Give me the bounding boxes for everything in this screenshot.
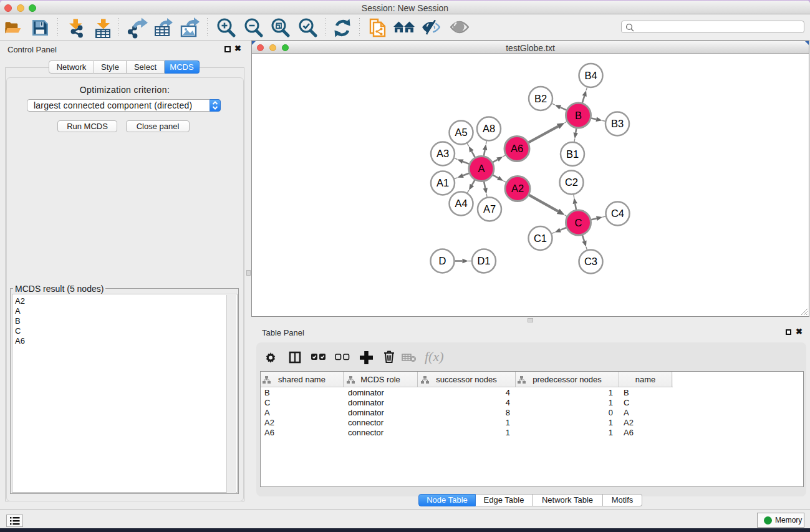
svg-text:C: C: [575, 217, 582, 228]
svg-text:B: B: [575, 110, 582, 121]
svg-text:D1: D1: [477, 255, 490, 266]
svg-text:B4: B4: [584, 70, 597, 81]
svg-text:A: A: [478, 163, 485, 174]
svg-text:C4: C4: [611, 208, 624, 219]
svg-text:A4: A4: [455, 198, 467, 209]
svg-text:B2: B2: [534, 93, 547, 104]
svg-text:A3: A3: [436, 148, 449, 159]
svg-text:D: D: [439, 255, 446, 266]
svg-text:C2: C2: [565, 177, 578, 188]
svg-text:C1: C1: [534, 233, 547, 244]
svg-text:A1: A1: [436, 177, 449, 188]
svg-text:A6: A6: [511, 143, 523, 154]
svg-text:A8: A8: [483, 123, 495, 134]
svg-text:B1: B1: [566, 148, 579, 160]
svg-text:A2: A2: [511, 183, 524, 194]
svg-text:A5: A5: [455, 127, 467, 138]
svg-text:C3: C3: [584, 256, 597, 267]
svg-text:A7: A7: [483, 203, 496, 215]
svg-text:B3: B3: [611, 118, 624, 129]
